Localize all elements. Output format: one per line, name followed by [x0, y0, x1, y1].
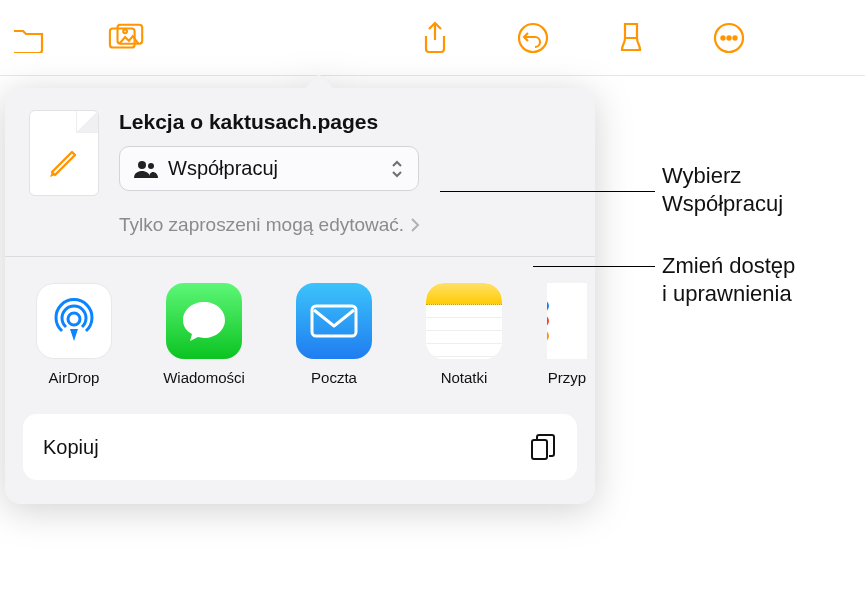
share-app-reminders[interactable]: Przyp — [547, 283, 587, 386]
popover-caret — [305, 74, 333, 88]
collaborate-dropdown[interactable]: Współpracuj — [119, 146, 419, 191]
callout-collaborate: WybierzWspółpracuj — [662, 162, 783, 217]
svg-point-9 — [148, 163, 154, 169]
share-app-mail[interactable]: Poczta — [287, 283, 381, 386]
share-app-label: Poczta — [311, 369, 357, 386]
share-sheet: Lekcja o kaktusach.pages Współpracuj Tyl… — [5, 88, 595, 504]
collaborate-label: Współpracuj — [168, 157, 278, 180]
actions-section: Kopiuj — [5, 400, 595, 504]
svg-rect-11 — [312, 306, 356, 336]
share-app-label: AirDrop — [49, 369, 100, 386]
share-app-label: Przyp — [548, 369, 586, 386]
document-title: Lekcja o kaktusach.pages — [119, 110, 571, 134]
toolbar — [0, 0, 865, 76]
chevron-right-icon — [410, 217, 420, 233]
format-brush-icon[interactable] — [612, 19, 650, 57]
reminders-icon — [547, 283, 587, 359]
people-icon — [134, 160, 158, 178]
svg-point-2 — [123, 29, 127, 33]
svg-rect-12 — [532, 440, 547, 459]
share-app-label: Notatki — [441, 369, 488, 386]
callout-access: Zmień dostępi uprawnienia — [662, 252, 795, 307]
svg-point-6 — [727, 36, 730, 39]
sheet-header: Lekcja o kaktusach.pages Współpracuj — [5, 88, 595, 206]
callout-line — [440, 191, 655, 192]
more-icon[interactable] — [710, 19, 748, 57]
copy-action[interactable]: Kopiuj — [23, 414, 577, 480]
share-app-notes[interactable]: Notatki — [417, 283, 511, 386]
share-app-airdrop[interactable]: AirDrop — [27, 283, 121, 386]
access-text: Tylko zaproszeni mogą edytować. — [119, 214, 404, 236]
svg-point-5 — [721, 36, 724, 39]
share-app-messages[interactable]: Wiadomości — [157, 283, 251, 386]
document-thumbnail — [29, 110, 99, 196]
svg-point-10 — [68, 313, 80, 325]
documents-icon[interactable] — [10, 19, 48, 57]
copy-icon — [529, 432, 557, 462]
svg-point-7 — [733, 36, 736, 39]
mail-icon — [296, 283, 372, 359]
notes-icon — [426, 283, 502, 359]
access-settings-row[interactable]: Tylko zaproszeni mogą edytować. — [5, 206, 595, 256]
photos-icon[interactable] — [108, 19, 146, 57]
copy-label: Kopiuj — [43, 436, 99, 459]
share-icon[interactable] — [416, 19, 454, 57]
share-app-label: Wiadomości — [163, 369, 245, 386]
svg-point-8 — [138, 161, 146, 169]
messages-icon — [166, 283, 242, 359]
share-apps-row: AirDrop Wiadomości Poczta Notatki — [5, 257, 595, 400]
airdrop-icon — [36, 283, 112, 359]
chevron-updown-icon — [390, 159, 404, 179]
callout-line — [533, 266, 655, 267]
undo-icon[interactable] — [514, 19, 552, 57]
